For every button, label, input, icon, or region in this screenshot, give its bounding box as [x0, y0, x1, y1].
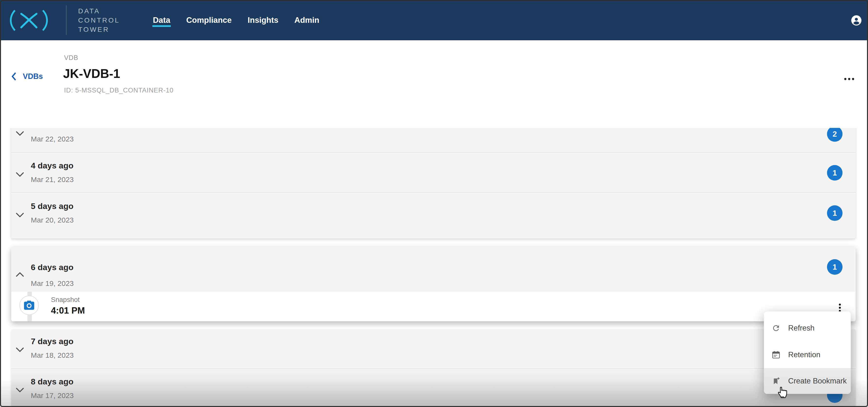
group-relative-time: 6 days ago	[31, 262, 73, 272]
event-count-badge: 1	[827, 205, 842, 221]
more-horizontal-icon[interactable]	[841, 73, 857, 85]
group-date: Mar 17, 2023	[31, 391, 74, 400]
tab-bar: Overview Active Timeline Timeline Histor…	[0, 104, 868, 128]
chevron-down-icon[interactable]	[16, 347, 24, 353]
event-count-badge: 2	[827, 128, 842, 142]
nav-item-admin[interactable]: Admin	[294, 0, 319, 40]
group-date: Mar 18, 2023	[31, 351, 74, 360]
logo-icon	[7, 9, 51, 32]
group-date: Mar 19, 2023	[31, 279, 74, 288]
back-to-vdbs-link[interactable]: VDBs	[11, 72, 43, 81]
refresh-icon	[771, 323, 781, 333]
event-time: 4:01 PM	[51, 305, 85, 316]
group-date: Mar 21, 2023	[31, 175, 74, 184]
entity-id: ID: 5-MSSQL_DB_CONTAINER-10	[64, 87, 174, 94]
menu-item-label: Retention	[788, 350, 820, 359]
page-title: JK-VDB-1	[63, 66, 120, 81]
row-background	[11, 370, 856, 407]
event-count-badge: 1	[827, 165, 842, 181]
nav-item-data[interactable]: Data	[153, 0, 170, 40]
chevron-down-icon[interactable]	[16, 171, 24, 178]
brand-text: DATA CONTROL TOWER	[78, 6, 120, 34]
account-circle-icon[interactable]	[851, 15, 862, 26]
nav-item-insights[interactable]: Insights	[248, 0, 279, 40]
group-date: Mar 20, 2023	[31, 216, 74, 225]
chevron-down-icon[interactable]	[16, 212, 24, 218]
top-navbar: DATA CONTROL TOWER Data Compliance Insig…	[0, 0, 868, 40]
delphix-parens-x-logo[interactable]	[7, 9, 51, 32]
entity-type-label: VDB	[64, 54, 79, 62]
chevron-up-icon[interactable]	[16, 272, 24, 277]
brand-line: CONTROL	[78, 16, 120, 25]
create-bookmark-icon	[771, 376, 781, 386]
row-divider	[11, 152, 856, 153]
menu-item-label: Create Bookmark	[788, 377, 847, 385]
menu-item-label: Refresh	[788, 324, 815, 333]
menu-item-refresh[interactable]: Refresh	[764, 315, 851, 341]
group-relative-time: 7 days ago	[31, 336, 73, 346]
event-count-badge: 1	[827, 259, 842, 275]
back-link-label: VDBs	[23, 72, 43, 81]
active-timeline-list: 3 days ago Mar 22, 2023 2 4 days ago Mar…	[0, 128, 868, 407]
group-relative-time: 4 days ago	[31, 161, 73, 170]
menu-item-create-bookmark[interactable]: Create Bookmark	[764, 368, 851, 394]
nav-item-compliance[interactable]: Compliance	[186, 0, 232, 40]
brand-line: DATA	[78, 6, 120, 16]
timeline-group-card: 7 days ago Mar 18, 2023 8 days ago Mar 1…	[11, 329, 856, 407]
group-header[interactable]	[11, 246, 856, 292]
event-context-menu: Refresh Retention Create Bookmark	[764, 311, 851, 394]
group-relative-time: 8 days ago	[31, 377, 73, 386]
row-divider	[11, 192, 856, 193]
menu-item-retention[interactable]: Retention	[764, 342, 851, 368]
timeline-group-card-expanded: 6 days ago Mar 19, 2023 1 Snapshot 4:01 …	[11, 246, 856, 321]
brand-divider	[66, 5, 66, 35]
event-type-label: Snapshot	[51, 295, 80, 304]
chevron-down-icon[interactable]	[16, 131, 24, 136]
chevron-left-icon	[11, 72, 17, 81]
brand-line: TOWER	[78, 25, 120, 34]
primary-nav: Data Compliance Insights Admin	[153, 0, 319, 40]
retention-calendar-icon	[771, 350, 781, 360]
camera-icon	[24, 300, 35, 310]
snapshot-event-marker	[20, 295, 39, 315]
chevron-down-icon[interactable]	[16, 387, 24, 393]
timeline-group-card: 3 days ago Mar 22, 2023 2 4 days ago Mar…	[11, 128, 856, 238]
group-relative-time: 5 days ago	[31, 201, 73, 211]
group-date: Mar 22, 2023	[31, 134, 74, 144]
